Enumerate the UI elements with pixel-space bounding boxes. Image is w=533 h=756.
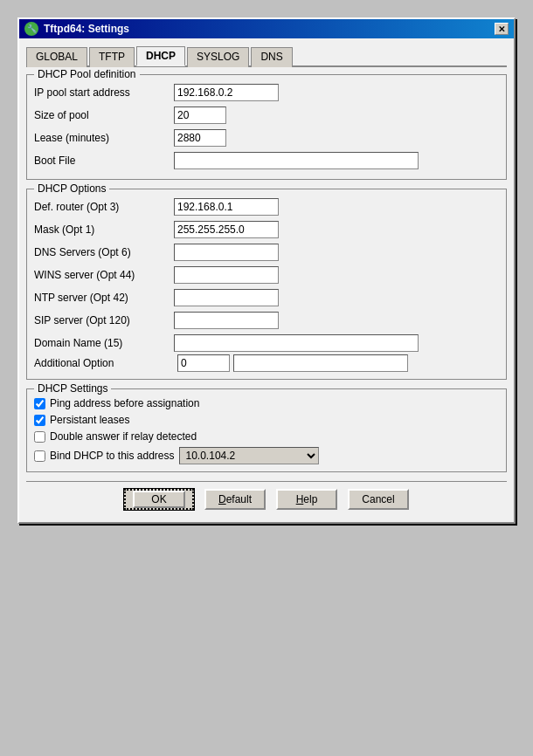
tab-dhcp[interactable]: DHCP <box>136 46 185 66</box>
bind-dhcp-checkbox[interactable] <box>34 450 45 462</box>
default-button[interactable]: Default <box>204 489 266 510</box>
sip-label: SIP server (Opt 120) <box>34 314 174 326</box>
double-answer-row: Double answer if relay detected <box>34 430 499 443</box>
lease-label: Lease (minutes) <box>34 132 174 144</box>
domain-name-label: Domain Name (15) <box>34 337 174 349</box>
wins-row: WINS server (Opt 44) <box>34 266 499 284</box>
bind-address-dropdown[interactable]: 10.0.104.2 <box>179 447 319 464</box>
def-router-row: Def. router (Opt 3) <box>34 198 499 216</box>
mask-label: Mask (Opt 1) <box>34 223 174 236</box>
ntp-label: NTP server (Opt 42) <box>34 292 174 304</box>
default-underline-char: D <box>218 493 226 505</box>
help-button-label: elp <box>303 493 317 505</box>
tab-dns[interactable]: DNS <box>251 47 292 67</box>
domain-name-row: Domain Name (15) <box>34 334 499 352</box>
lease-input[interactable] <box>174 129 226 147</box>
window-title: Tftpd64: Settings <box>44 23 129 35</box>
dns-servers-input[interactable] <box>174 244 279 261</box>
ping-address-row: Ping address before assignation <box>34 397 499 409</box>
additional-option-row: Additional Option <box>34 354 499 372</box>
dns-servers-row: DNS Servers (Opt 6) <box>34 244 499 261</box>
ip-pool-start-label: IP pool start address <box>34 86 174 99</box>
wins-input[interactable] <box>174 266 279 284</box>
help-button[interactable]: Help <box>276 489 337 510</box>
mask-input[interactable] <box>174 221 279 238</box>
dhcp-settings-label: DHCP Settings <box>34 382 111 395</box>
cancel-button[interactable]: Cancel <box>348 489 409 510</box>
default-button-label: efault <box>226 493 252 505</box>
additional-option-text-input[interactable] <box>233 354 408 372</box>
additional-option-num-input[interactable] <box>177 354 230 372</box>
title-bar: 🔧 Tftpd64: Settings ✕ <box>19 19 514 38</box>
double-answer-checkbox[interactable] <box>34 431 45 443</box>
dhcp-options-group: DHCP Options Def. router (Opt 3) Mask (O… <box>26 189 507 380</box>
help-underline-char: H <box>296 493 304 505</box>
dhcp-pool-label: DHCP Pool definition <box>34 68 140 80</box>
close-button[interactable]: ✕ <box>495 23 509 35</box>
ip-pool-start-input[interactable] <box>174 84 279 101</box>
tab-tftp[interactable]: TFTP <box>89 47 135 67</box>
tab-bar: GLOBAL TFTP DHCP SYSLOG DNS <box>26 45 507 67</box>
mask-row: Mask (Opt 1) <box>34 221 499 238</box>
dhcp-pool-group: DHCP Pool definition IP pool start addre… <box>26 74 507 180</box>
boot-file-label: Boot File <box>34 155 174 167</box>
size-pool-label: Size of pool <box>34 109 174 121</box>
size-pool-row: Size of pool <box>34 107 499 124</box>
bind-dhcp-row: Bind DHCP to this address 10.0.104.2 <box>34 447 499 464</box>
ok-button-inner: OK <box>133 491 185 508</box>
button-bar: OK Default Help Cancel <box>26 481 507 515</box>
dhcp-settings-group: DHCP Settings Ping address before assign… <box>26 388 507 472</box>
sip-input[interactable] <box>174 312 279 329</box>
persistant-leases-checkbox[interactable] <box>34 415 45 426</box>
def-router-input[interactable] <box>174 198 279 216</box>
tab-syslog[interactable]: SYSLOG <box>187 47 249 67</box>
double-answer-label: Double answer if relay detected <box>50 430 197 443</box>
ip-pool-start-row: IP pool start address <box>34 84 499 101</box>
size-pool-input[interactable] <box>174 107 226 124</box>
tab-global[interactable]: GLOBAL <box>26 47 87 67</box>
boot-file-row: Boot File <box>34 152 499 169</box>
sip-row: SIP server (Opt 120) <box>34 312 499 329</box>
ping-address-label: Ping address before assignation <box>50 397 199 409</box>
persistant-leases-row: Persistant leases <box>34 414 499 426</box>
boot-file-input[interactable] <box>174 152 419 169</box>
def-router-label: Def. router (Opt 3) <box>34 201 174 213</box>
dns-servers-label: DNS Servers (Opt 6) <box>34 246 174 258</box>
app-icon: 🔧 <box>24 22 38 36</box>
ok-button[interactable]: OK <box>124 489 194 510</box>
ntp-row: NTP server (Opt 42) <box>34 289 499 306</box>
ping-address-checkbox[interactable] <box>34 398 45 409</box>
main-window: 🔧 Tftpd64: Settings ✕ GLOBAL TFTP DHCP S… <box>17 17 516 524</box>
bind-dhcp-label: Bind DHCP to this address <box>50 450 175 462</box>
ntp-input[interactable] <box>174 289 279 306</box>
wins-label: WINS server (Opt 44) <box>34 269 174 281</box>
lease-row: Lease (minutes) <box>34 129 499 147</box>
dhcp-options-label: DHCP Options <box>34 182 109 195</box>
additional-option-label: Additional Option <box>34 357 174 369</box>
domain-name-input[interactable] <box>174 334 419 352</box>
persistant-leases-label: Persistant leases <box>50 414 129 426</box>
